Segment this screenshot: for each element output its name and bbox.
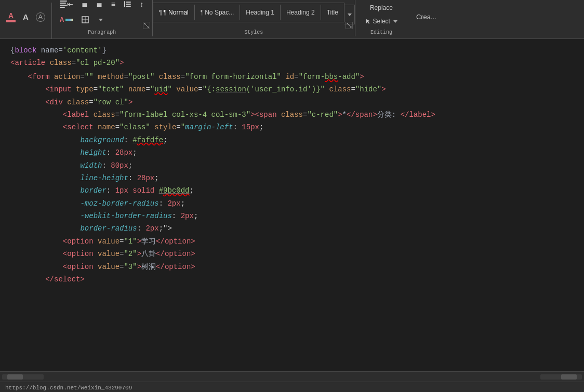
select-label: Select bbox=[373, 18, 390, 25]
code-line-8: <select name="class" style="margin-left:… bbox=[0, 121, 584, 133]
paragraph-label: Paragraph bbox=[52, 30, 152, 35]
table-border-icon bbox=[81, 16, 89, 24]
expand-icon bbox=[144, 23, 149, 28]
font-color-button[interactable]: A bbox=[3, 9, 19, 24]
horizontal-scrollbar[interactable] bbox=[2, 374, 44, 380]
font-color-bar bbox=[6, 20, 16, 22]
border-button[interactable] bbox=[77, 12, 93, 27]
cursor-icon bbox=[365, 18, 371, 24]
style-heading1-button[interactable]: Heading 1 bbox=[240, 3, 280, 22]
create-label: Crea... bbox=[416, 13, 436, 21]
code-line-1: {block name='content'} bbox=[0, 44, 584, 57]
style-no-space-button[interactable]: ¶ No Spac... bbox=[195, 3, 240, 22]
code-editor: {block name='content'} <article class="c… bbox=[0, 39, 584, 371]
distributed-button[interactable] bbox=[121, 0, 135, 11]
style-heading2-label: Heading 2 bbox=[286, 9, 315, 16]
style-title-label: Title bbox=[327, 9, 338, 16]
horizontal-scrollbar-2[interactable] bbox=[540, 374, 582, 380]
code-line-7: <label class="form-label col-xs-4 col-sm… bbox=[0, 109, 584, 121]
align-left-icon bbox=[60, 1, 67, 8]
editing-group: Replace Select Editing bbox=[355, 0, 407, 36]
align-left-button[interactable]: ⇤ bbox=[56, 0, 77, 11]
select-chevron-icon bbox=[393, 20, 397, 23]
code-line-18: <option value="2">八卦</option> bbox=[0, 248, 584, 260]
create-section: Crea... bbox=[407, 3, 445, 39]
code-line-13: border: 1px solid #9bc0dd; bbox=[0, 184, 584, 197]
style-normal-paragraph-icon: ¶ bbox=[159, 9, 162, 16]
align-justify-button[interactable]: ≡ bbox=[107, 0, 120, 11]
editing-label: Editing bbox=[355, 30, 407, 35]
url-bar: https://blog.csdn.net/weixin_43290709 bbox=[0, 382, 584, 392]
line-spacing-button[interactable]: ↕ bbox=[136, 0, 148, 11]
select-button[interactable]: Select bbox=[361, 16, 402, 27]
styles-expand-icon bbox=[347, 23, 352, 28]
toolbar: A A A ⇤ ≣ ≣ bbox=[0, 0, 584, 39]
paragraph-expand-button[interactable] bbox=[143, 22, 150, 29]
style-no-space-label: No Spac... bbox=[205, 9, 234, 16]
scroll-thumb bbox=[7, 374, 23, 380]
font-format-letter: A bbox=[23, 12, 29, 21]
bottom-scroll-right bbox=[540, 374, 582, 380]
style-normal-label: ¶ Normal bbox=[163, 9, 188, 16]
style-heading1-label: Heading 1 bbox=[246, 9, 274, 16]
styles-label: Styles bbox=[153, 30, 355, 35]
code-line-10: height: 28px; bbox=[0, 146, 584, 159]
create-button[interactable]: Crea... bbox=[410, 4, 442, 30]
styles-expand-button[interactable] bbox=[346, 22, 353, 29]
align-center-button[interactable]: ≣ bbox=[78, 0, 91, 11]
scroll-thumb-2 bbox=[561, 374, 577, 380]
style-normal-button[interactable]: ¶ ¶ Normal bbox=[153, 3, 194, 22]
code-line-16: border-radius: 2px;"> bbox=[0, 222, 584, 235]
code-line-12: line-height: 28px; bbox=[0, 172, 584, 184]
border-dropdown-button[interactable] bbox=[94, 12, 107, 27]
font-effects-button[interactable]: A bbox=[33, 10, 48, 24]
font-effects-letter: A bbox=[36, 12, 45, 22]
font-color-letter: A bbox=[8, 11, 14, 20]
code-line-14: -moz-border-radius: 2px; bbox=[0, 197, 584, 210]
code-line-6: <div class="row cl"> bbox=[0, 96, 584, 109]
style-heading2-button[interactable]: Heading 2 bbox=[281, 3, 321, 22]
paragraph-group: ⇤ ≣ ≣ ≡ bbox=[52, 0, 153, 36]
code-line-20: </select> bbox=[0, 273, 584, 286]
style-title-button[interactable]: Title bbox=[321, 3, 344, 22]
style-no-space-paragraph-icon: ¶ bbox=[201, 9, 204, 16]
code-line-2: <article class="cl pd-20"> bbox=[0, 57, 584, 69]
replace-button[interactable]: Replace bbox=[361, 2, 402, 13]
styles-group: ¶ ¶ Normal ¶ No Spac... Heading 1 Headin… bbox=[153, 0, 355, 36]
url-text: https://blog.csdn.net/weixin_43290709 bbox=[5, 385, 132, 391]
align-right-button[interactable]: ≣ bbox=[92, 0, 106, 11]
code-line-11: width: 80px; bbox=[0, 159, 584, 172]
code-line-5: <input type="text" name="uid" value="{:s… bbox=[0, 83, 584, 96]
code-line-4: <form action="" method="post" class="for… bbox=[0, 71, 584, 83]
code-line-17: <option value="1">学习</option> bbox=[0, 235, 584, 248]
code-line-19: <option value="3">树洞</option> bbox=[0, 261, 584, 273]
styles-chevron-icon bbox=[348, 13, 352, 16]
highlight-button[interactable]: A bbox=[56, 12, 76, 27]
scroll-bar bbox=[0, 371, 584, 382]
font-group: A A A bbox=[0, 3, 52, 39]
code-line-9: background: #fafdfe; bbox=[0, 134, 584, 146]
bottom-scroll-left bbox=[2, 374, 44, 380]
font-format-button[interactable]: A bbox=[20, 10, 32, 23]
chevron-down-icon bbox=[99, 19, 103, 21]
code-line-15: -webkit-border-radius: 2px; bbox=[0, 210, 584, 222]
